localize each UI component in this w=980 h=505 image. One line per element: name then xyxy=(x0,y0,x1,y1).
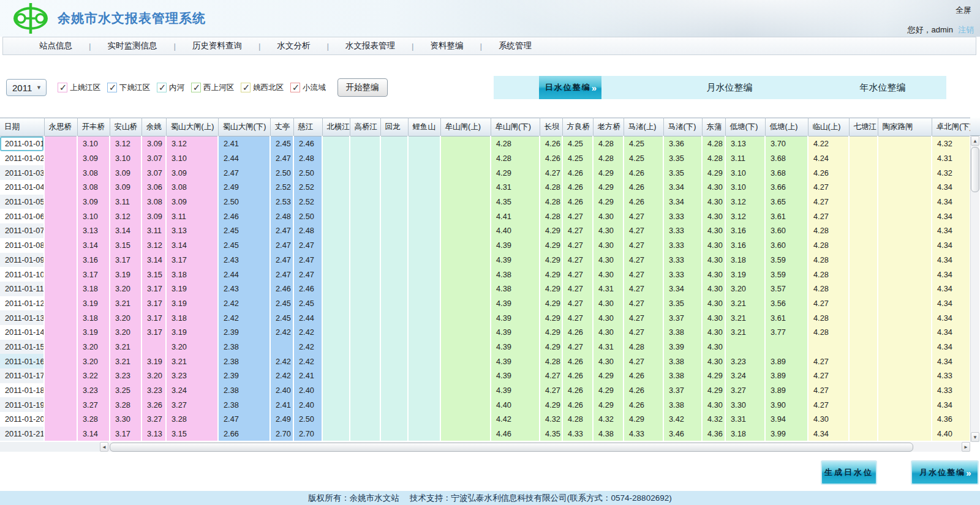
value-cell[interactable] xyxy=(849,238,878,253)
value-cell[interactable] xyxy=(44,267,77,282)
value-cell[interactable]: 2.47 xyxy=(270,253,293,267)
value-cell[interactable] xyxy=(380,223,408,238)
value-cell[interactable] xyxy=(440,223,491,238)
value-cell[interactable]: 4.29 xyxy=(593,180,624,195)
value-cell[interactable]: 4.27 xyxy=(562,223,593,238)
value-cell[interactable] xyxy=(322,223,350,238)
value-cell[interactable] xyxy=(44,296,77,311)
value-cell[interactable]: 4.33 xyxy=(562,427,593,441)
value-cell[interactable]: 3.28 xyxy=(166,412,218,427)
value-cell[interactable] xyxy=(380,165,408,180)
value-cell[interactable]: 3.10 xyxy=(725,180,765,195)
value-cell[interactable]: 4.40 xyxy=(491,397,540,412)
value-cell[interactable]: 2.52 xyxy=(293,195,322,209)
basin-checkbox-0[interactable]: ✓ xyxy=(58,83,67,92)
value-cell[interactable] xyxy=(440,427,491,441)
value-cell[interactable] xyxy=(408,151,440,166)
value-cell[interactable] xyxy=(849,368,878,383)
value-cell[interactable]: 4.27 xyxy=(808,383,849,398)
value-cell[interactable]: 4.26 xyxy=(808,165,849,180)
value-cell[interactable]: 4.31 xyxy=(932,151,970,166)
value-cell[interactable]: 3.19 xyxy=(141,354,166,368)
value-cell[interactable] xyxy=(322,412,350,427)
value-cell[interactable]: 2.42 xyxy=(270,368,293,383)
value-cell[interactable]: 3.09 xyxy=(141,209,166,223)
value-cell[interactable]: 4.27 xyxy=(624,325,663,340)
value-cell[interactable]: 3.60 xyxy=(765,223,808,238)
value-cell[interactable]: 2.47 xyxy=(293,238,322,253)
value-cell[interactable]: 4.26 xyxy=(562,180,593,195)
value-cell[interactable]: 2.41 xyxy=(293,368,322,383)
value-cell[interactable]: 4.33 xyxy=(932,383,970,398)
value-cell[interactable]: 4.27 xyxy=(624,223,663,238)
value-cell[interactable]: 4.28 xyxy=(808,282,849,296)
value-cell[interactable] xyxy=(408,238,440,253)
value-cell[interactable]: 4.28 xyxy=(808,253,849,267)
value-cell[interactable]: 3.24 xyxy=(725,368,765,383)
value-cell[interactable]: 4.30 xyxy=(593,325,624,340)
value-cell[interactable]: 4.34 xyxy=(932,253,970,267)
value-cell[interactable]: 4.41 xyxy=(491,209,540,223)
value-cell[interactable]: 2.44 xyxy=(293,310,322,325)
value-cell[interactable]: 4.34 xyxy=(932,267,970,282)
value-cell[interactable]: 3.19 xyxy=(77,296,110,311)
value-cell[interactable]: 4.26 xyxy=(624,383,663,398)
value-cell[interactable]: 3.90 xyxy=(765,397,808,412)
monthly-compile-button[interactable]: 月水位整编 » xyxy=(911,460,979,485)
value-cell[interactable] xyxy=(878,209,932,223)
value-cell[interactable]: 3.15 xyxy=(166,427,218,441)
value-cell[interactable]: 4.39 xyxy=(491,253,540,267)
date-cell[interactable]: 2011-01-13 xyxy=(0,310,44,325)
value-cell[interactable]: 3.17 xyxy=(166,253,218,267)
value-cell[interactable]: 3.19 xyxy=(77,325,110,340)
value-cell[interactable] xyxy=(322,282,350,296)
value-cell[interactable]: 4.27 xyxy=(624,267,663,282)
nav-item-4[interactable]: 水文报表管理 xyxy=(329,40,412,51)
value-cell[interactable]: 4.26 xyxy=(624,180,663,195)
value-cell[interactable] xyxy=(849,195,878,209)
value-cell[interactable] xyxy=(849,340,878,354)
value-cell[interactable]: 3.12 xyxy=(110,209,141,223)
value-cell[interactable] xyxy=(44,368,77,383)
value-cell[interactable]: 3.21 xyxy=(166,354,218,368)
value-cell[interactable]: 3.42 xyxy=(663,412,702,427)
value-cell[interactable]: 4.27 xyxy=(808,354,849,368)
value-cell[interactable] xyxy=(322,354,350,368)
nav-item-3[interactable]: 水文分析 xyxy=(261,40,327,51)
value-cell[interactable]: 4.40 xyxy=(491,223,540,238)
value-cell[interactable]: 2.40 xyxy=(293,383,322,398)
value-cell[interactable]: 4.28 xyxy=(808,325,849,340)
value-cell[interactable]: 3.18 xyxy=(166,267,218,282)
date-cell[interactable]: 2011-01-06 xyxy=(0,209,44,223)
value-cell[interactable] xyxy=(141,340,166,354)
value-cell[interactable]: 4.29 xyxy=(540,310,562,325)
value-cell[interactable]: 3.09 xyxy=(77,151,110,166)
value-cell[interactable]: 4.29 xyxy=(540,397,562,412)
value-cell[interactable]: 3.33 xyxy=(663,267,702,282)
value-cell[interactable]: 3.14 xyxy=(141,253,166,267)
value-cell[interactable]: 4.34 xyxy=(932,340,970,354)
value-cell[interactable]: 3.34 xyxy=(663,195,702,209)
value-cell[interactable]: 3.11 xyxy=(166,209,218,223)
value-cell[interactable]: 2.38 xyxy=(218,340,270,354)
nav-item-1[interactable]: 实时监测信息 xyxy=(91,40,174,51)
value-cell[interactable]: 2.47 xyxy=(293,253,322,267)
value-cell[interactable]: 3.37 xyxy=(663,310,702,325)
nav-item-0[interactable]: 站点信息 xyxy=(23,40,89,51)
value-cell[interactable] xyxy=(408,282,440,296)
value-cell[interactable] xyxy=(440,195,491,209)
value-cell[interactable]: 4.28 xyxy=(562,412,593,427)
value-cell[interactable]: 4.28 xyxy=(540,209,562,223)
value-cell[interactable] xyxy=(44,238,77,253)
value-cell[interactable] xyxy=(408,325,440,340)
value-cell[interactable]: 3.15 xyxy=(110,238,141,253)
value-cell[interactable] xyxy=(849,180,878,195)
value-cell[interactable]: 3.23 xyxy=(725,354,765,368)
value-cell[interactable]: 3.16 xyxy=(725,238,765,253)
value-cell[interactable]: 3.38 xyxy=(663,325,702,340)
value-cell[interactable]: 4.27 xyxy=(562,253,593,267)
value-cell[interactable]: 3.07 xyxy=(141,151,166,166)
value-cell[interactable] xyxy=(270,340,293,354)
value-cell[interactable] xyxy=(408,267,440,282)
value-cell[interactable]: 3.10 xyxy=(77,137,110,151)
